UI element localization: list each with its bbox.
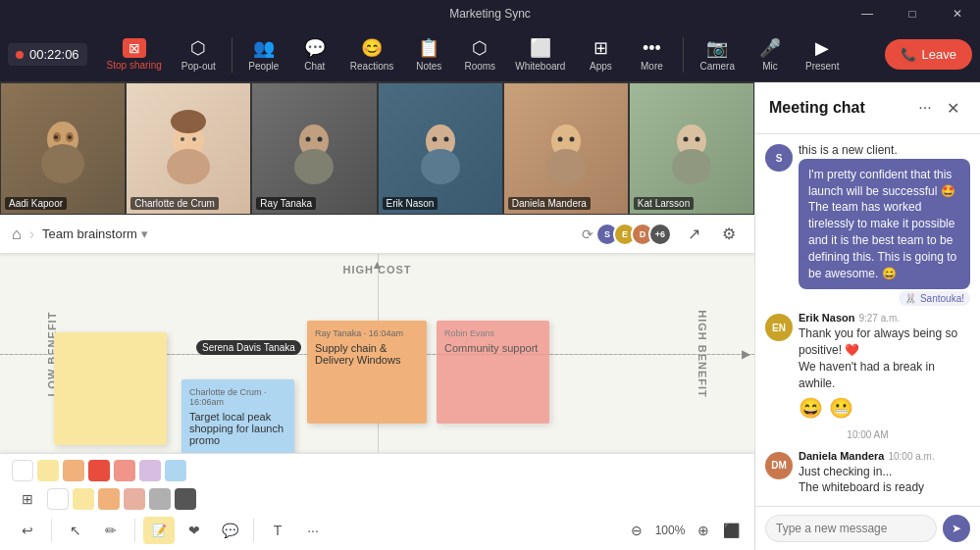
- svg-point-9: [181, 137, 184, 141]
- popout-label: Pop-out: [181, 61, 216, 72]
- more-button[interactable]: ••• More: [628, 34, 675, 75]
- minimize-button[interactable]: —: [845, 0, 890, 27]
- chat-input[interactable]: [765, 515, 937, 542]
- share-button[interactable]: ↗: [680, 221, 707, 248]
- participant-tile: Kat Larsson: [629, 82, 754, 215]
- notes-button[interactable]: 📋 Notes: [405, 33, 452, 75]
- sticky-note[interactable]: Ray Tanaka · 16:04am Supply chain & Deli…: [307, 321, 427, 424]
- sticky-blue-btn[interactable]: [165, 460, 186, 481]
- undo-button[interactable]: ↩: [12, 517, 43, 544]
- participant-name-charlotte: Charlotte de Crum: [130, 197, 219, 210]
- more-tools-button[interactable]: ···: [297, 517, 329, 544]
- stop-sharing-button[interactable]: ⊠ Stop sharing: [99, 34, 170, 75]
- message-text: Just checking in...: [799, 464, 970, 480]
- emoji-laughing: 😄: [799, 396, 823, 420]
- chat-close-button[interactable]: ✕: [939, 94, 966, 122]
- heart-button[interactable]: ❤: [179, 517, 210, 544]
- participant-tile: Aadi Kapoor: [0, 82, 126, 215]
- participant-tile: Erik Nason: [378, 82, 503, 215]
- message-avatar: S: [765, 144, 793, 172]
- breadcrumb[interactable]: Team brainstorm ▾: [42, 226, 148, 241]
- chat-panel: Meeting chat ··· ✕ S this is a new clien…: [754, 82, 980, 550]
- zoom-out-button[interactable]: ⊖: [625, 519, 648, 542]
- present-button[interactable]: ▶ Present: [798, 33, 847, 75]
- rooms-button[interactable]: ⬡ Rooms: [456, 33, 503, 75]
- svg-point-24: [672, 149, 711, 184]
- sticky-purple-btn[interactable]: [139, 460, 161, 481]
- zoom-level: 100%: [652, 524, 688, 537]
- sticky-yellow2-btn[interactable]: [73, 488, 94, 510]
- sticky-red-btn[interactable]: [88, 460, 110, 481]
- whiteboard-container: Aadi Kapoor Charlotte de Crum: [0, 82, 754, 550]
- settings-button[interactable]: ⚙: [715, 221, 743, 248]
- close-button[interactable]: ✕: [935, 0, 980, 27]
- camera-button[interactable]: 📷 Camera: [692, 33, 743, 75]
- tool-row-1: [12, 460, 743, 481]
- rooms-label: Rooms: [464, 61, 495, 72]
- sticky-white2-btn[interactable]: [47, 488, 69, 510]
- text-button[interactable]: T: [262, 517, 293, 544]
- toolbar-separator-2: [683, 37, 684, 73]
- people-button[interactable]: 👥 People: [240, 33, 287, 75]
- leave-button[interactable]: 📞 Leave: [885, 39, 972, 70]
- whiteboard-button[interactable]: ⬜ Whiteboard: [507, 33, 573, 75]
- chat-label: Chat: [304, 61, 325, 72]
- participant-face: [252, 83, 376, 214]
- fit-screen-button[interactable]: ⬛: [719, 519, 743, 542]
- sticky-note[interactable]: [54, 332, 167, 445]
- svg-point-13: [306, 136, 311, 141]
- apps-button[interactable]: ⊞ Apps: [577, 33, 624, 75]
- message-body: this is a new client. I'm pretty confide…: [799, 142, 970, 306]
- participant-face: [504, 83, 628, 214]
- participant-name-erik: Erik Nason: [383, 197, 438, 210]
- whiteboard-canvas[interactable]: HIGH COST LOW BENEFIT HIGH BENEFIT ▲ ▶ C…: [0, 254, 754, 453]
- message-text: Thank you for always being so positive! …: [799, 325, 970, 359]
- avatar-stack: S E D +6: [601, 223, 672, 246]
- time-divider: 10:00 AM: [765, 429, 970, 440]
- svg-point-10: [192, 137, 196, 141]
- notes-label: Notes: [416, 61, 441, 72]
- sticky-gray-btn[interactable]: [149, 488, 171, 510]
- zoom-in-button[interactable]: ⊕: [692, 519, 715, 542]
- chat-button[interactable]: 💬 Chat: [291, 33, 338, 75]
- sticky-tool-button[interactable]: 📝: [143, 517, 175, 544]
- home-icon[interactable]: ⌂: [12, 225, 22, 243]
- breadcrumb-chevron: ▾: [141, 226, 148, 241]
- pen-button[interactable]: ✏: [95, 517, 127, 544]
- whiteboard-toolbar: ⊞ ↩ ↖ ✏ 📝 ❤ 💬 T ···: [0, 453, 754, 550]
- chat-message: DM Daniela Mandera 10:00 a.m. Just check…: [765, 450, 970, 497]
- chat-more-button[interactable]: ···: [911, 94, 939, 122]
- whiteboard-icon: ⬜: [530, 37, 551, 59]
- sticky-white-btn[interactable]: [12, 460, 33, 481]
- participant-name-kat: Kat Larsson: [634, 197, 694, 210]
- sticky-orange2-btn[interactable]: [98, 488, 120, 510]
- tool-separator-2: [134, 519, 135, 542]
- sticky-note[interactable]: Robin Evans Community support: [437, 321, 549, 424]
- mic-button[interactable]: 🎤 Mic: [747, 33, 794, 75]
- reactions-button[interactable]: 😊 Reactions: [342, 33, 401, 75]
- select-button[interactable]: ↖: [60, 517, 91, 544]
- sticky-dark-btn[interactable]: [175, 488, 196, 510]
- reactions-label: Reactions: [350, 61, 393, 72]
- popout-icon: ⬡: [190, 37, 206, 59]
- sticky-orange-btn[interactable]: [63, 460, 84, 481]
- sticky-yellow-btn[interactable]: [37, 460, 59, 481]
- sticky-note[interactable]: Charlotte de Crum · 16:06am Target local…: [181, 379, 294, 453]
- maximize-button[interactable]: □: [890, 0, 935, 27]
- grid-btn[interactable]: ⊞: [12, 485, 43, 513]
- sticky-salmon-btn[interactable]: [124, 488, 145, 510]
- participant-face: [1, 83, 125, 214]
- message-time: 10:00 a.m.: [888, 451, 934, 462]
- svg-point-26: [695, 136, 699, 141]
- participant-strip: Aadi Kapoor Charlotte de Crum: [0, 82, 754, 215]
- sticky-content: Target local peak shopping for launch pr…: [189, 411, 286, 446]
- svg-point-22: [569, 136, 574, 141]
- send-button[interactable]: ➤: [943, 515, 970, 542]
- message-header: Erik Nason 9:27 a.m.: [799, 312, 970, 324]
- whiteboard-navbar: ⌂ › Team brainstorm ▾ ⟳ S E D +6 ↗ ⚙: [0, 215, 754, 254]
- present-label: Present: [805, 61, 839, 72]
- bubble-button[interactable]: 💬: [214, 517, 245, 544]
- popout-button[interactable]: ⬡ Pop-out: [174, 33, 224, 75]
- sticky-pink-btn[interactable]: [114, 460, 135, 481]
- apps-icon: ⊞: [593, 37, 608, 59]
